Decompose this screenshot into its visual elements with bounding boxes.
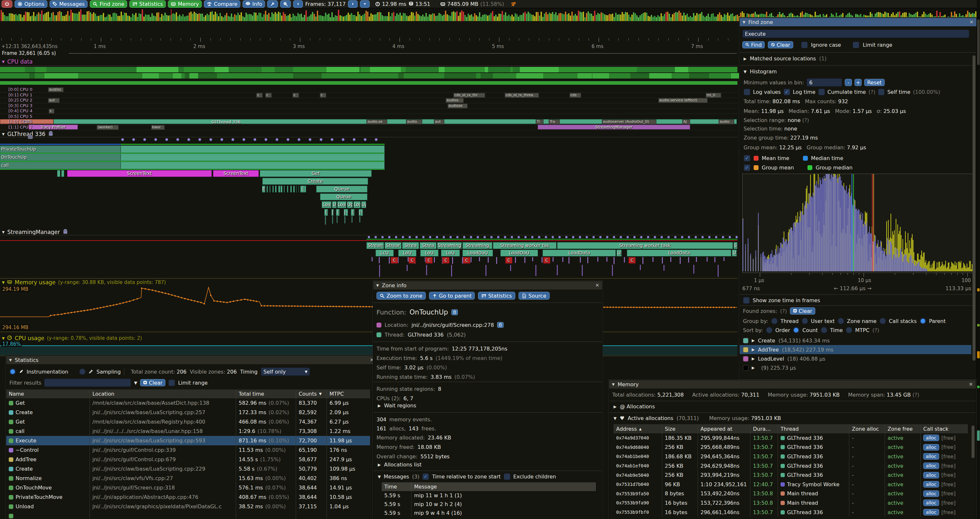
message-dot[interactable] xyxy=(572,236,574,238)
timeline-zone[interactable]: LoU xyxy=(441,250,460,256)
message-dot[interactable] xyxy=(585,236,588,238)
timeline-zone[interactable]: E xyxy=(262,186,265,192)
table-row[interactable]: 0x7553b9fa9016 bytes153,722,396ns13:50.8… xyxy=(614,498,968,508)
collapse-caret-icon[interactable]: ▼ xyxy=(612,382,614,386)
message-dot[interactable] xyxy=(429,236,431,238)
sampling-radio[interactable] xyxy=(79,368,86,375)
cpu-fragment[interactable]: c xyxy=(293,93,299,98)
cpu-fragment[interactable]: cds_ol_rx_threa xyxy=(504,93,539,98)
timeline-zone[interactable]: ( xyxy=(300,186,304,192)
timeline-zone[interactable]: Get xyxy=(260,170,372,177)
find-zone-button[interactable]: Find zone xyxy=(90,0,127,8)
clipboard-icon[interactable] xyxy=(452,309,458,316)
found-zone-group[interactable]: ▶AddTree(18,542) 227.19 ms xyxy=(740,345,971,354)
collapse-caret-icon[interactable]: ▼ xyxy=(743,20,745,24)
allocations-expander[interactable]: ▶@ Allocations xyxy=(614,404,655,410)
cpu-fragment[interactable]: s xyxy=(49,109,54,113)
limit-range-checkbox[interactable] xyxy=(853,42,859,48)
message-dot[interactable] xyxy=(715,236,718,238)
message-dot[interactable] xyxy=(504,236,506,238)
collapse-caret-icon[interactable]: ▼ xyxy=(376,283,379,287)
message-dot[interactable] xyxy=(309,138,311,141)
info-button[interactable]: Info xyxy=(243,0,265,8)
clipboard-icon[interactable] xyxy=(497,322,504,328)
message-dot[interactable] xyxy=(443,236,445,238)
message-dot[interactable] xyxy=(121,138,124,141)
alloc-callstack-button[interactable]: alloc xyxy=(923,509,939,516)
found-zone-group[interactable]: ▶LoadLevel(18) 406.88 µs xyxy=(740,354,971,363)
table-row[interactable]: calljni/../jni/../../../src/claw/base/Lu… xyxy=(6,426,370,436)
message-dot[interactable] xyxy=(276,138,278,141)
alloc-callstack-button[interactable]: alloc xyxy=(923,444,939,450)
timeline-zone[interactable]: ( xyxy=(324,209,328,216)
column-header[interactable]: Counts ▼ xyxy=(296,390,327,398)
frame-label[interactable]: Frame 32,661 (6.05 s) xyxy=(2,50,56,56)
message-dot[interactable] xyxy=(531,236,533,238)
alloc-callstack-button[interactable]: alloc xyxy=(923,453,939,460)
compare-button[interactable]: Compare xyxy=(204,0,240,8)
close-icon[interactable]: ✕ xyxy=(595,283,599,288)
radio-mtpc[interactable] xyxy=(846,327,852,333)
legend-checkbox[interactable] xyxy=(744,164,750,171)
streamingmanager-header[interactable]: ▼ StreamingManager xyxy=(2,228,68,236)
message-dot[interactable] xyxy=(375,236,377,238)
message-dot[interactable] xyxy=(735,236,738,238)
radio-parent[interactable] xyxy=(920,318,926,324)
tiny-zone[interactable] xyxy=(284,186,285,192)
message-dot[interactable] xyxy=(221,138,223,141)
cpu-fragment[interactable]: cds_ol_rx_thr xyxy=(453,93,485,98)
frame-menu-button[interactable] xyxy=(360,0,370,8)
column-header[interactable]: Zone free xyxy=(885,424,921,433)
tiny-zone[interactable] xyxy=(275,186,277,192)
show-zone-time-checkbox[interactable] xyxy=(743,297,750,304)
message-dot[interactable] xyxy=(484,236,486,238)
failed-zone[interactable]: C xyxy=(543,257,550,263)
timeline-zone[interactable]: LoadData xyxy=(542,250,616,256)
tiny-zone[interactable] xyxy=(280,186,282,192)
message-dot[interactable] xyxy=(722,236,724,238)
table-row[interactable]: ~Controljni/../jni/src/guif/Control.cpp:… xyxy=(6,446,370,455)
limit-range-checkbox[interactable] xyxy=(168,379,175,386)
timeline-zone[interactable]: Loa xyxy=(322,201,331,208)
cpu-fragment[interactable]: aut xyxy=(434,120,444,124)
failed-zone[interactable]: C xyxy=(442,257,449,263)
open-zone[interactable] xyxy=(121,153,385,161)
cpu-fragment[interactable]: audio.se xyxy=(366,120,387,124)
message-dot[interactable] xyxy=(695,236,697,238)
column-header[interactable]: Call stack xyxy=(921,424,968,433)
location-value[interactable]: jni/../jni/src/guif/Screen.cpp:278 xyxy=(412,322,494,328)
message-dot[interactable] xyxy=(381,236,383,238)
message-dot[interactable] xyxy=(729,236,731,238)
message-row[interactable]: 5.59 smip 9 w 4 h 4 (16) xyxy=(382,509,596,517)
column-header[interactable]: Zone alloc xyxy=(849,424,885,433)
timeline-zone[interactable]: LoadData xyxy=(627,250,731,256)
zoom-button[interactable] xyxy=(280,0,291,8)
message-dot[interactable] xyxy=(188,138,190,141)
tiny-zone[interactable] xyxy=(267,186,268,192)
memory-titlebar[interactable]: ▼ Memory ✕ xyxy=(609,380,976,388)
tiny-zone[interactable] xyxy=(269,186,270,192)
message-dot[interactable] xyxy=(232,138,234,141)
tiny-zone[interactable] xyxy=(272,186,274,192)
memory-scrollbar[interactable] xyxy=(972,426,975,458)
message-dot[interactable] xyxy=(331,138,333,141)
find-zone-search-input[interactable] xyxy=(742,30,969,38)
message-dot[interactable] xyxy=(463,236,465,238)
radio-user-text[interactable] xyxy=(802,318,808,324)
column-header[interactable]: Address ▲ xyxy=(614,424,662,433)
timeline-zone[interactable] xyxy=(61,170,64,177)
timeline-zone[interactable]: Up xyxy=(347,201,353,208)
message-dot[interactable] xyxy=(210,138,212,141)
cpu-fragment[interactable]: Aj xyxy=(682,120,690,124)
cpu-data-header[interactable]: ▼ CPU data xyxy=(2,58,33,65)
relative-time-checkbox[interactable] xyxy=(422,473,429,480)
column-header[interactable]: Time xyxy=(382,482,412,491)
glthread-message-dots[interactable] xyxy=(0,137,737,142)
timeline-zone[interactable] xyxy=(57,170,60,177)
self-time-checkbox[interactable] xyxy=(878,89,885,96)
tiny-zone[interactable] xyxy=(278,186,280,192)
next-frame-button[interactable] xyxy=(348,0,358,8)
timeline-zone[interactable]: Strean xyxy=(366,242,384,249)
cpu-core-row[interactable]: autaudiosaudio.service (effect)[0:2] CPU… xyxy=(0,98,737,103)
message-dot[interactable] xyxy=(375,138,377,141)
